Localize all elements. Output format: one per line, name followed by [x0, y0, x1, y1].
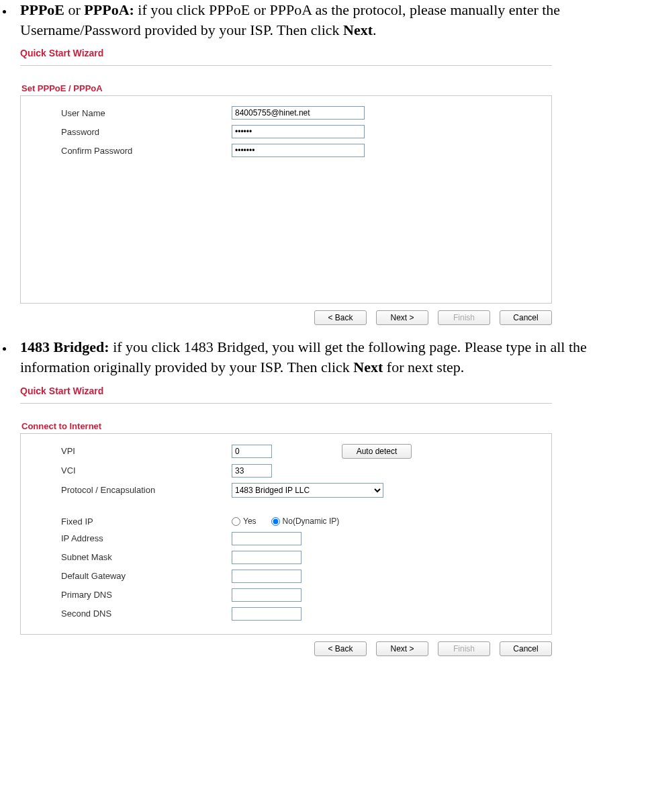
label-ip-address: IP Address [30, 533, 232, 543]
label-fixed-ip: Fixed IP [30, 516, 232, 527]
label-second-dns: Second DNS [30, 608, 232, 619]
label-confirm-password: Confirm Password [30, 146, 232, 156]
fixed-ip-yes-option[interactable]: Yes [232, 516, 257, 526]
vci-input[interactable] [232, 464, 272, 478]
label-subnet-mask: Subnet Mask [30, 552, 232, 562]
label-default-gateway: Default Gateway [30, 571, 232, 581]
fixed-ip-yes-radio[interactable] [232, 517, 240, 526]
back-button[interactable]: < Back [314, 641, 367, 656]
fixed-ip-no-radio[interactable] [271, 517, 280, 526]
cancel-button[interactable]: Cancel [500, 641, 552, 656]
back-button[interactable]: < Back [314, 310, 367, 325]
cancel-button[interactable]: Cancel [500, 310, 552, 325]
label-vpi: VPI [30, 446, 232, 456]
wizard-title: Quick Start Wizard [20, 383, 552, 402]
protocol-select[interactable]: 1483 Bridged IP LLC [232, 483, 383, 498]
label-password: Password [30, 127, 232, 137]
finish-button: Finish [438, 310, 490, 325]
form-box-bridged: VPI Auto detect VCI Protocol / Encapsula… [20, 433, 552, 635]
next-button[interactable]: Next > [376, 641, 428, 656]
wizard-panel-bridged: Quick Start Wizard Connect to Internet V… [20, 383, 552, 656]
auto-detect-button[interactable]: Auto detect [342, 444, 412, 459]
next-button[interactable]: Next > [376, 310, 428, 325]
form-box-pppoe: User Name Password Confirm Password [20, 95, 552, 304]
divider [20, 403, 552, 404]
confirm-password-input[interactable] [232, 144, 365, 157]
label-primary-dns: Primary DNS [30, 590, 232, 600]
bullet-text-bridged: 1483 Bridged: if you click 1483 Bridged,… [20, 337, 650, 377]
wizard-title: Quick Start Wizard [20, 45, 552, 64]
label-vci: VCI [30, 465, 232, 476]
divider [20, 65, 552, 66]
vpi-input[interactable] [232, 445, 272, 458]
user-name-input[interactable] [232, 106, 365, 120]
label-protocol: Protocol / Encapsulation [30, 485, 232, 495]
button-bar: < Back Next > Finish Cancel [20, 635, 552, 656]
button-bar: < Back Next > Finish Cancel [20, 304, 552, 325]
password-input[interactable] [232, 125, 365, 138]
second-dns-input[interactable] [232, 607, 301, 621]
finish-button: Finish [438, 641, 490, 656]
label-user-name: User Name [30, 108, 232, 118]
fixed-ip-no-option[interactable]: No(Dynamic IP) [271, 516, 340, 526]
section-title-pppoe: Set PPPoE / PPPoA [21, 83, 552, 93]
subnet-mask-input[interactable] [232, 551, 301, 564]
primary-dns-input[interactable] [232, 588, 301, 602]
wizard-panel-pppoe: Quick Start Wizard Set PPPoE / PPPoA Use… [20, 45, 552, 325]
section-title-connect: Connect to Internet [21, 421, 552, 431]
default-gateway-input[interactable] [232, 570, 301, 583]
ip-address-input[interactable] [232, 532, 301, 545]
bullet-text-pppoe: PPPoE or PPPoA: if you click PPPoE or PP… [20, 0, 650, 40]
